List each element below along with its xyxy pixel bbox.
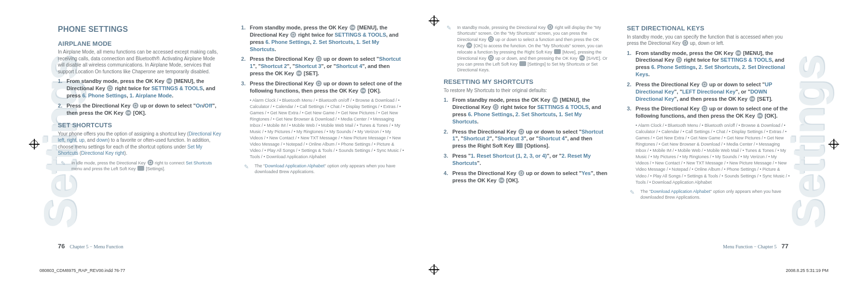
my-shortcuts-step-3: Press the Directional Key up or down to … bbox=[241, 80, 405, 95]
directional-step-3: Press the Directional Key up or down to … bbox=[627, 105, 791, 120]
directional-key-icon bbox=[682, 40, 688, 46]
chapter-label-right: Menu Function − Chapter 5 bbox=[723, 244, 776, 249]
shortcut-function-list: • Alarm Clock / • Bluetooth Menu / • Blu… bbox=[241, 97, 405, 160]
download-alphabet-note-2: The "Download Application Alphabet" opti… bbox=[627, 189, 791, 200]
registration-mark-icon bbox=[830, 140, 838, 148]
ok-key-icon bbox=[466, 42, 472, 48]
page76-col2: From standby mode, press the OK Key [MEN… bbox=[241, 24, 405, 256]
footer-left: 76 Chapter 5 − Menu Function bbox=[58, 242, 123, 251]
reset-steps: From standby mode, press the OK Key [MEN… bbox=[444, 96, 608, 184]
ok-key-icon bbox=[757, 113, 763, 119]
airplane-mode-heading: AIRPLANE MODE bbox=[58, 40, 222, 48]
page-number-77: 77 bbox=[782, 243, 788, 250]
right-soft-key-icon bbox=[516, 143, 523, 148]
ok-key-icon bbox=[166, 78, 172, 84]
directional-key-icon bbox=[290, 32, 296, 38]
set-directional-keys-heading: SET DIRECTIONAL KEYS bbox=[627, 24, 791, 33]
set-shortcuts-note: In idle mode, press the Directional Key … bbox=[58, 160, 222, 172]
resetting-shortcuts-heading: RESETTING MY SHORTCUTS bbox=[444, 78, 608, 86]
airplane-intro: In Airplane Mode, all menu functions can… bbox=[58, 49, 222, 75]
reset-step-1: From standby mode, press the OK Key [MEN… bbox=[444, 96, 608, 125]
page77-col1: In standby mode, pressing the Directiona… bbox=[444, 24, 608, 256]
left-soft-key-icon bbox=[137, 166, 144, 171]
set-shortcuts-heading: SET SHORTCUTS bbox=[58, 121, 222, 130]
registration-mark-icon bbox=[30, 140, 38, 148]
directional-key-icon bbox=[488, 55, 494, 61]
registration-mark-icon bbox=[430, 266, 438, 273]
airplane-steps: From standby mode, press the OK Key [MEN… bbox=[58, 78, 222, 116]
directional-steps: From standby mode, press the OK Key [MEN… bbox=[627, 50, 791, 120]
ok-key-icon bbox=[296, 70, 302, 76]
my-shortcuts-step-2: Press the Directional Key up or down to … bbox=[241, 55, 405, 77]
set-directional-intro: In standby mode, you can specify the fun… bbox=[627, 34, 791, 47]
directional-key-icon bbox=[518, 170, 524, 176]
directional-key-icon bbox=[148, 160, 153, 165]
indesign-filename: 080803_CDM8975_RAP_REV00.indd 76-77 bbox=[40, 268, 125, 273]
standby-shortcuts-note: In standby mode, pressing the Directiona… bbox=[444, 24, 608, 73]
page-77: In standby mode, pressing the Directiona… bbox=[444, 24, 791, 256]
ok-key-icon bbox=[125, 110, 131, 116]
ok-key-icon bbox=[360, 88, 366, 94]
directional-key-icon bbox=[316, 81, 322, 86]
chapter-label-left: Chapter 5 − Menu Function bbox=[69, 244, 123, 249]
registration-mark-icon bbox=[430, 17, 438, 25]
reset-step-3: Press "1. Reset Shortcut (1, 2, 3, or 4)… bbox=[444, 152, 608, 167]
directional-key-icon bbox=[518, 129, 524, 135]
phone-settings-heading: PHONE SETTINGS bbox=[58, 24, 222, 35]
directional-key-icon bbox=[488, 36, 494, 42]
ok-key-icon bbox=[552, 97, 558, 103]
ok-key-icon bbox=[579, 55, 585, 61]
directional-key-icon bbox=[547, 24, 553, 30]
directional-key-icon bbox=[316, 56, 322, 62]
directional-key-icon bbox=[702, 81, 707, 87]
directional-key-icon bbox=[133, 103, 138, 108]
page-number-76: 76 bbox=[58, 243, 65, 250]
directional-key-icon bbox=[676, 57, 682, 63]
resetting-shortcuts-intro: To restore My Shortcuts to their origina… bbox=[444, 87, 608, 94]
my-shortcuts-steps: From standby mode, press the OK Key [MEN… bbox=[241, 24, 405, 95]
right-soft-key-icon bbox=[554, 49, 561, 54]
airplane-step-2: Press the Directional Key up or down to … bbox=[58, 102, 222, 117]
directional-key-icon bbox=[493, 104, 499, 110]
reset-step-4: Press the Directional Key up or down to … bbox=[444, 170, 608, 184]
page76-col1: PHONE SETTINGS AIRPLANE MODE In Airplane… bbox=[58, 24, 222, 256]
page-76: PHONE SETTINGS AIRPLANE MODE In Airplane… bbox=[58, 24, 405, 256]
indesign-timestamp: 2008.8.25 5:31:19 PM bbox=[786, 268, 828, 273]
ok-key-icon bbox=[499, 177, 504, 183]
ok-key-icon bbox=[735, 50, 741, 56]
reset-step-2: Press the Directional Key up or down to … bbox=[444, 128, 608, 150]
directional-key-icon bbox=[702, 106, 707, 111]
my-shortcuts-step-1: From standby mode, press the OK Key [MEN… bbox=[241, 24, 405, 53]
page77-col2: SET DIRECTIONAL KEYS In standby mode, yo… bbox=[627, 24, 791, 256]
directional-step-2: Press the Directional Key up or down to … bbox=[627, 81, 791, 103]
ok-key-icon bbox=[749, 96, 755, 102]
airplane-step-1: From standby mode, press the OK Key [MEN… bbox=[58, 78, 222, 99]
directional-step-1: From standby mode, press the OK Key [MEN… bbox=[627, 50, 791, 78]
ok-key-icon bbox=[350, 25, 355, 30]
left-soft-key-icon bbox=[519, 61, 526, 66]
download-alphabet-note: The "Download Application Alphabet" opti… bbox=[241, 163, 405, 175]
directional-function-list: • Alarm Clock / • Bluetooth Menu / • Blu… bbox=[627, 122, 791, 185]
directional-key-icon bbox=[107, 85, 113, 91]
set-shortcuts-intro: Your phone offers you the option of assi… bbox=[58, 131, 222, 157]
footer-right: Menu Function − Chapter 5 77 bbox=[723, 242, 788, 251]
